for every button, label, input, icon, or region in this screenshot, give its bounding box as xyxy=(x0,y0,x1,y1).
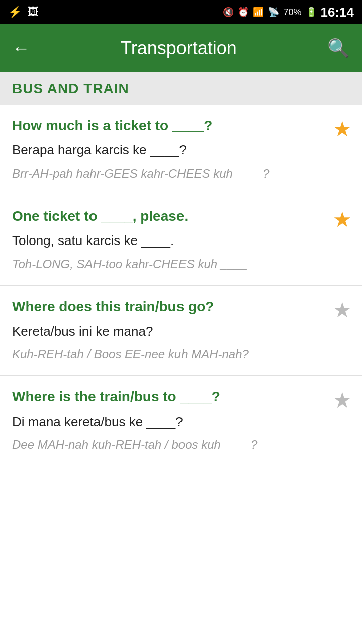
status-bar: ⚡ 🖼 🔇 ⏰ 📶 📡 70% 🔋 16:14 xyxy=(0,0,362,24)
usb-icon: ⚡ xyxy=(8,6,22,19)
page-title: Transportation xyxy=(121,38,237,59)
phrase-english-3: Where does this train/bus go? xyxy=(12,298,320,316)
back-button[interactable]: ← xyxy=(12,38,30,59)
favorite-button-1[interactable]: ★ xyxy=(333,119,352,140)
phrase-content-1: How much is a ticket to ____?Berapa harg… xyxy=(12,117,350,183)
phrase-translation-2: Tolong, satu karcis ke ____. xyxy=(12,231,320,250)
battery-icon: 🔋 xyxy=(306,7,317,18)
phrase-item-1: How much is a ticket to ____?Berapa harg… xyxy=(0,105,362,195)
mute-icon: 🔇 xyxy=(223,7,234,18)
alarm-icon: ⏰ xyxy=(238,7,249,18)
search-button[interactable]: 🔍 xyxy=(327,38,350,59)
image-icon: 🖼 xyxy=(28,6,39,19)
phrase-english-2: One ticket to ____, please. xyxy=(12,207,320,225)
phrase-translation-4: Di mana kereta/bus ke ____? xyxy=(12,413,320,431)
app-bar: ← Transportation 🔍 xyxy=(0,24,362,72)
status-bar-right: 🔇 ⏰ 📶 📡 70% 🔋 16:14 xyxy=(223,5,354,20)
signal-icon: 📡 xyxy=(268,7,279,18)
status-bar-left: ⚡ 🖼 xyxy=(8,6,39,19)
favorite-button-4[interactable]: ★ xyxy=(333,390,352,411)
phrase-pronunciation-4: Dee MAH-nah kuh-REH-tah / boos kuh ____? xyxy=(12,436,320,454)
phrase-translation-1: Berapa harga karcis ke ____? xyxy=(12,141,320,159)
phrase-english-4: Where is the train/bus to ____? xyxy=(12,388,320,406)
phrase-item-2: One ticket to ____, please.Tolong, satu … xyxy=(0,195,362,286)
phrase-item-4: Where is the train/bus to ____?Di mana k… xyxy=(0,376,362,466)
status-time: 16:14 xyxy=(321,5,354,20)
phrase-translation-3: Kereta/bus ini ke mana? xyxy=(12,322,320,340)
battery-level: 70% xyxy=(283,7,301,18)
phrase-english-1: How much is a ticket to ____? xyxy=(12,117,320,135)
phrase-list: How much is a ticket to ____?Berapa harg… xyxy=(0,105,362,466)
phrase-item-3: Where does this train/bus go?Kereta/bus … xyxy=(0,286,362,376)
phrase-content-4: Where is the train/bus to ____?Di mana k… xyxy=(12,388,350,454)
phrase-pronunciation-1: Brr-AH-pah hahr-GEES kahr-CHEES kuh ____… xyxy=(12,165,320,183)
phrase-pronunciation-2: Toh-LONG, SAH-too kahr-CHEES kuh ____ xyxy=(12,255,320,273)
favorite-button-3[interactable]: ★ xyxy=(333,300,352,321)
phrase-content-2: One ticket to ____, please.Tolong, satu … xyxy=(12,207,350,273)
phrase-content-3: Where does this train/bus go?Kereta/bus … xyxy=(12,298,350,364)
favorite-button-2[interactable]: ★ xyxy=(333,209,352,230)
phrase-pronunciation-3: Kuh-REH-tah / Boos EE-nee kuh MAH-nah? xyxy=(12,345,320,363)
section-header: BUS AND TRAIN xyxy=(0,72,362,105)
wifi-icon: 📶 xyxy=(253,7,264,18)
